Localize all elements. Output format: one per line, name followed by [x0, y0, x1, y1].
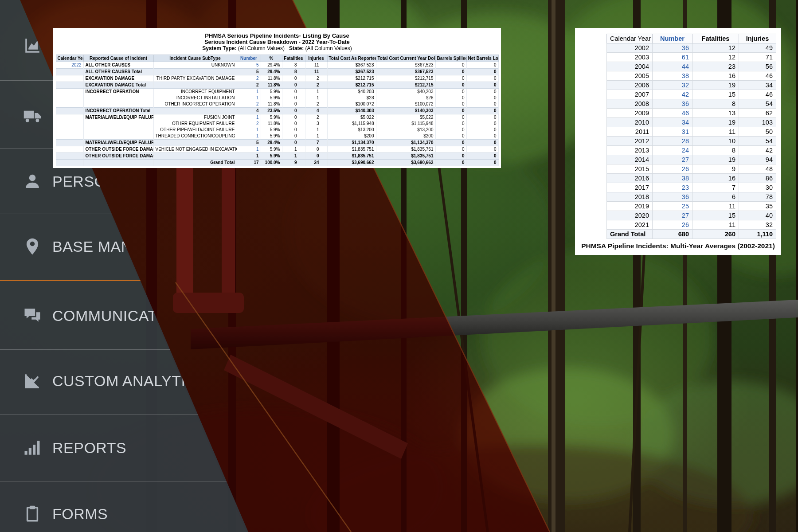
- cell: THIRD PARTY EXCAVATION DAMAGE: [153, 75, 237, 82]
- drill-link-cell[interactable]: 38: [653, 174, 692, 183]
- drill-link-cell[interactable]: 23: [653, 183, 692, 192]
- sidebar-item-personnel[interactable]: PERSO: [23, 171, 106, 192]
- drill-link-cell[interactable]: 2: [237, 75, 261, 82]
- drill-link-cell[interactable]: 36: [653, 192, 692, 202]
- cell: 0: [466, 146, 498, 153]
- drill-link-cell[interactable]: 2: [237, 101, 261, 108]
- sidebar-item-reports[interactable]: REPORTS: [23, 437, 126, 458]
- cell: 0: [435, 160, 466, 166]
- drill-link-cell[interactable]: 2022: [56, 62, 83, 69]
- cell: 100.0%: [261, 160, 282, 166]
- col-number: Number: [237, 55, 261, 62]
- drill-link-cell[interactable]: 2: [237, 121, 261, 127]
- drill-link-cell[interactable]: 1: [237, 95, 261, 101]
- cell: $367,523: [376, 69, 435, 75]
- state-value: (All Column Values): [305, 45, 352, 51]
- sidebar-item-base-management[interactable]: BASE MAN: [23, 236, 132, 257]
- drill-link-cell[interactable]: 32: [653, 81, 692, 90]
- yearly-row: 2011311150: [607, 127, 776, 137]
- cell: 0: [466, 89, 498, 95]
- cell: 0: [305, 153, 327, 160]
- drill-link-cell[interactable]: 28: [653, 137, 692, 146]
- cell: 0: [466, 75, 498, 82]
- cell: MATERIAL/WELD/EQUIP FAILURE Total: [83, 140, 153, 146]
- cell: [56, 127, 83, 133]
- cell: 0: [435, 114, 466, 121]
- cell: $200: [376, 133, 435, 140]
- drill-link-cell[interactable]: 1: [237, 89, 261, 95]
- cell: 35: [739, 202, 776, 211]
- cell: $200: [327, 133, 376, 140]
- cell: $1,134,370: [327, 140, 376, 146]
- cell: 2005: [607, 71, 653, 81]
- sidebar-item-custom-analytics[interactable]: CUSTOM ANALYTIC: [23, 370, 197, 391]
- cell: [83, 121, 153, 127]
- cell: 1: [305, 133, 327, 140]
- drill-link-cell[interactable]: 46: [653, 109, 692, 118]
- cell: [56, 160, 83, 166]
- cell: 0: [435, 121, 466, 127]
- report-subtitle: Serious Incident Cause Breakdown - 2022 …: [53, 39, 501, 45]
- yearly-row: 2003611271: [607, 53, 776, 62]
- drill-link-cell[interactable]: 34: [653, 118, 692, 127]
- drill-link-cell[interactable]: 26: [653, 164, 692, 174]
- cell: 23: [692, 62, 739, 71]
- cell: $140,303: [327, 108, 376, 114]
- cell: [153, 82, 237, 89]
- yearly-grand-total-row: Grand Total6802601,110: [607, 230, 776, 239]
- cell: 11: [305, 69, 327, 75]
- drill-link-cell[interactable]: 61: [653, 53, 692, 62]
- yearly-row: 2014271994: [607, 155, 776, 164]
- drill-link-cell[interactable]: 27: [653, 155, 692, 164]
- yearly-row: 2012281054: [607, 137, 776, 146]
- incident-total-row: EXCAVATION DAMAGE Total211.8%02$212,715$…: [56, 82, 498, 89]
- cell: 11: [692, 127, 739, 137]
- incident-total-row: OTHER OUTSIDE FORCE DAMAGE Total15.9%10$…: [56, 153, 498, 160]
- cell: $1,835,751: [376, 146, 435, 153]
- incident-detail-row: 2022ALL OTHER CAUSESUNKNOWN529.4%811$367…: [56, 62, 498, 69]
- cell: 2007: [607, 90, 653, 99]
- cell: 1: [305, 127, 327, 133]
- col-fatalities: Fatalities: [692, 34, 739, 43]
- cell: $1,835,751: [327, 153, 376, 160]
- sidebar-item-forms[interactable]: FORMS: [23, 503, 108, 524]
- drill-link-cell[interactable]: 1: [237, 127, 261, 133]
- clipboard-icon: [23, 505, 42, 523]
- cell: $1,115,948: [376, 121, 435, 127]
- col-injuries: Injuries: [739, 34, 776, 43]
- drill-link-cell[interactable]: 36: [653, 43, 692, 53]
- cell: 19: [692, 155, 739, 164]
- cell: $212,715: [327, 75, 376, 82]
- drill-link-cell[interactable]: 27: [653, 211, 692, 220]
- cell: 0: [282, 101, 305, 108]
- sidebar-item-communications[interactable]: COMMUNICAT: [23, 305, 157, 326]
- drill-link-cell[interactable]: 38: [653, 71, 692, 81]
- drill-link-cell[interactable]: 26: [653, 220, 692, 230]
- drill-link-cell[interactable]: 5: [237, 62, 261, 69]
- incident-report-panel: PHMSA Serious Pipeline Incidents- Listin…: [53, 28, 501, 168]
- bar-chart-icon: [23, 438, 42, 457]
- yearly-row: 2005381646: [607, 71, 776, 81]
- cell: $100,072: [376, 101, 435, 108]
- cell: 0: [466, 153, 498, 160]
- cell: $1,835,751: [376, 153, 435, 160]
- drill-link-cell[interactable]: 25: [653, 202, 692, 211]
- cell: 5.9%: [261, 89, 282, 95]
- drill-link-cell[interactable]: 31: [653, 127, 692, 137]
- incident-table-body: 2022ALL OTHER CAUSESUNKNOWN529.4%811$367…: [56, 62, 498, 166]
- cell: 19: [692, 81, 739, 90]
- cell: 8: [282, 62, 305, 69]
- drill-link-cell[interactable]: 42: [653, 90, 692, 99]
- map-pin-icon: [23, 237, 42, 256]
- drill-link-cell[interactable]: 24: [653, 146, 692, 155]
- cell: MATERIAL/WELD/EQUIP FAILURE: [83, 114, 153, 121]
- cell: $1,115,948: [327, 121, 376, 127]
- drill-link-cell[interactable]: 1: [237, 114, 261, 121]
- drill-link-cell[interactable]: 1: [237, 133, 261, 140]
- drill-link-cell[interactable]: 36: [653, 99, 692, 109]
- col-barrels-spilled: Barrels Spilled: [435, 55, 466, 62]
- cell: 0: [282, 127, 305, 133]
- drill-link-cell[interactable]: 1: [237, 146, 261, 153]
- incident-total-row: INCORRECT OPERATION Total423.5%04$140,30…: [56, 108, 498, 114]
- drill-link-cell[interactable]: 44: [653, 62, 692, 71]
